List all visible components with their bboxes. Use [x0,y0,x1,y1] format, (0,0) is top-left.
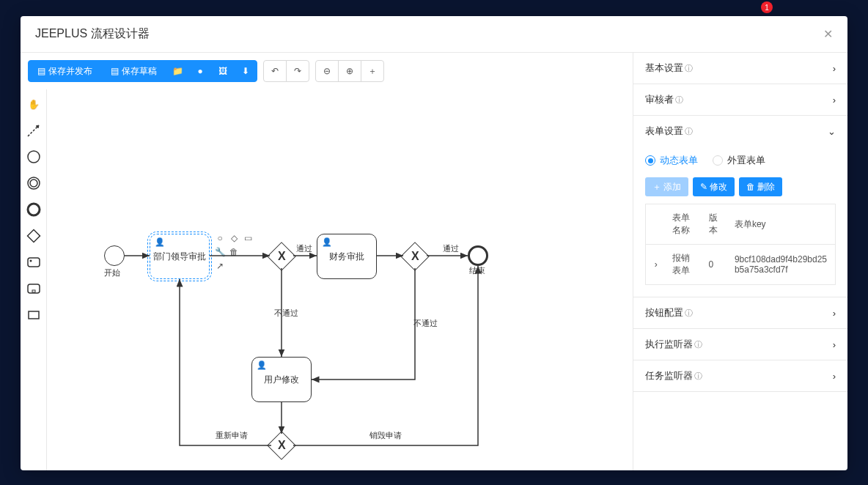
help-icon: ⓘ [685,64,693,73]
gateway-tool[interactable] [25,227,43,245]
modal-header: JEEPLUS 流程设计器 ✕ [21,16,847,53]
hand-tool[interactable]: ✋ [25,95,43,113]
cell-name: 报销表单 [666,245,703,285]
ctx-event-icon[interactable]: ○ [214,232,226,244]
end-event-tool[interactable] [25,201,43,218]
start-event-tool[interactable] [25,148,43,166]
section-button[interactable]: 按钮配置ⓘ› [633,297,847,328]
task-label: 用户修改 [264,374,299,386]
edge-label: 不通过 [413,318,438,329]
zoom-in-button[interactable]: ⊕ [338,60,361,82]
undo-button[interactable]: ↶ [263,60,287,82]
svg-point-0 [28,151,40,163]
expand-icon[interactable]: › [646,245,666,285]
publish-label: 保存并发布 [48,65,92,78]
section-approver[interactable]: 审核者ⓘ› [633,84,847,115]
gateway-1[interactable]: X [267,242,296,271]
new-button[interactable]: ● [188,60,212,82]
task-node-usermod[interactable]: 👤 用户修改 [251,357,312,402]
chevron-right-icon: › [833,95,836,105]
svg-rect-5 [28,258,40,267]
data-object-tool[interactable] [25,306,43,324]
subprocess-tool[interactable] [25,280,43,297]
gateway-2[interactable]: X [400,242,430,271]
cell-key: 9bcf108dad9f4b29bd25b5a75a3cfd7f [729,245,836,285]
svg-rect-9 [29,311,39,319]
chevron-right-icon: › [833,63,836,74]
radio-dynamic-form[interactable]: 动态表单 [645,154,698,167]
help-icon: ⓘ [685,127,693,136]
task-label: 财务审批 [329,251,364,263]
user-icon: 👤 [155,237,165,247]
svg-rect-7 [28,284,40,293]
gateway-3[interactable]: X [267,431,296,460]
edge-label: 销毁申请 [369,430,402,441]
delete-button[interactable]: 🗑 删除 [739,177,782,196]
svg-point-6 [29,260,32,262]
intermediate-event-tool[interactable] [25,174,43,192]
image-icon: 🖼 [218,66,227,76]
ctx-trash-icon[interactable]: 🗑 [228,246,240,258]
draft-label: 保存草稿 [122,65,157,78]
toolbar: ▤保存并发布 ▤保存草稿 📁 ● 🖼 ⬇ ↶ ↷ ⊖ ⊕ ＋ [21,53,633,89]
designer-modal: JEEPLUS 流程设计器 ✕ ▤保存并发布 ▤保存草稿 📁 ● 🖼 ⬇ ↶ ↷ [21,16,847,470]
svg-rect-4 [27,230,40,242]
chevron-down-icon: ⌄ [828,126,836,137]
section-exec-listener[interactable]: 执行监听器ⓘ› [633,329,847,360]
start-label: 开始 [104,267,120,278]
redo-button[interactable]: ↷ [286,60,309,82]
fit-button[interactable]: ＋ [361,60,384,82]
task-node-finance[interactable]: 👤 财务审批 [317,234,377,279]
cell-version: 0 [703,245,729,285]
svg-point-3 [28,204,40,215]
task-node-dept[interactable]: 👤 部门领导审批 [150,234,210,279]
left-panel: ▤保存并发布 ▤保存草稿 📁 ● 🖼 ⬇ ↶ ↷ ⊖ ⊕ ＋ [21,53,633,470]
download-button[interactable]: ⬇ [234,60,257,82]
task-label: 部门领导审批 [153,251,206,263]
edge-label: 通过 [443,243,459,254]
end-label: 结束 [469,265,485,276]
user-icon: 👤 [257,360,267,370]
open-button[interactable]: 📁 [166,60,189,82]
ctx-annotation-icon[interactable]: ▭ [242,232,254,244]
end-node[interactable] [468,245,488,266]
zoom-out-button[interactable]: ⊖ [315,60,339,82]
close-icon[interactable]: ✕ [823,27,833,41]
edit-button[interactable]: ✎ 修改 [693,177,735,196]
section-task-listener[interactable]: 任务监听器ⓘ› [633,360,847,391]
svg-rect-8 [32,290,35,292]
ctx-gateway-icon[interactable]: ◇ [228,232,240,244]
section-basic[interactable]: 基本设置ⓘ› [633,53,847,84]
user-icon: 👤 [322,237,332,247]
undo-icon: ↶ [271,66,279,76]
save-icon: ▤ [37,66,45,76]
modal-title: JEEPLUS 流程设计器 [35,26,150,42]
help-icon: ⓘ [694,371,702,380]
publish-button[interactable]: ▤保存并发布 [28,60,102,82]
radio-external-form[interactable]: 外置表单 [713,154,765,167]
lasso-tool[interactable] [25,122,43,139]
plus-icon: ＋ [368,65,377,78]
th-name: 表单名称 [666,204,703,245]
svg-point-2 [30,179,37,187]
context-menu: ○ ◇ ▭ 🔧 🗑 ↗ [214,232,258,272]
draft-button[interactable]: ▤保存草稿 [101,60,166,82]
ctx-wrench-icon[interactable]: 🔧 [214,246,226,258]
th-version: 版本 [703,204,729,245]
canvas[interactable]: 开始 👤 部门领导审批 ○ ◇ ▭ 🔧 🗑 ↗ [47,89,633,470]
image-button[interactable]: 🖼 [211,60,235,82]
edge-label: 不通过 [274,308,298,319]
section-form[interactable]: 表单设置ⓘ⌄ [633,116,847,147]
folder-icon: 📁 [172,66,183,76]
zoom-out-icon: ⊖ [323,66,331,76]
th-key: 表单key [729,204,836,245]
notification-badge[interactable]: 1 [761,1,773,13]
start-node[interactable] [104,245,125,266]
edge-label: 重新申请 [216,430,248,441]
chevron-right-icon: › [833,308,836,319]
save-icon: ▤ [111,66,119,76]
add-button[interactable]: ＋ 添加 [645,177,688,196]
ctx-connect-icon[interactable]: ↗ [214,260,226,272]
user-task-tool[interactable] [25,253,43,271]
table-row[interactable]: › 报销表单 0 9bcf108dad9f4b29bd25b5a75a3cfd7… [646,245,836,285]
